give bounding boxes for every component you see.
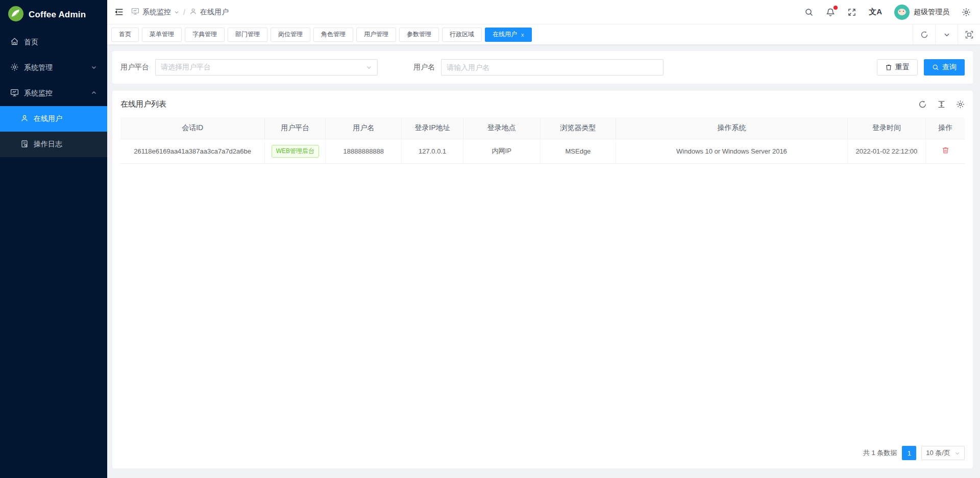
user-icon — [20, 114, 29, 124]
breadcrumb-level1[interactable]: 系统监控 — [131, 7, 179, 17]
fullscreen-icon[interactable] — [847, 8, 856, 17]
refresh-table-icon[interactable] — [918, 100, 927, 109]
maximize-content-icon[interactable] — [958, 24, 980, 44]
col-actions: 操作 — [926, 117, 965, 139]
trash-icon — [885, 64, 892, 71]
tab-tools — [913, 24, 980, 44]
main-column: 系统监控 / 在线用户 — [107, 0, 980, 478]
monitor-icon — [131, 7, 139, 17]
cell-platform: WEB管理后台 — [265, 139, 326, 163]
notifications-bell-icon[interactable] — [826, 8, 835, 17]
user-icon — [189, 8, 197, 17]
reset-button[interactable]: 重置 — [877, 59, 918, 76]
app-root: Coffee Admin 首页 系统管理 — [0, 0, 980, 478]
username-field-wrap — [441, 59, 664, 76]
pagination-total: 共 1 条数据 — [863, 448, 897, 458]
user-name: 超级管理员 — [914, 8, 949, 17]
gear-icon — [10, 63, 19, 73]
chevron-down-icon — [366, 64, 372, 70]
sidebar-item-label: 在线用户 — [34, 114, 62, 123]
tab-admin-region[interactable]: 行政区域 — [442, 28, 482, 42]
tab-dept-management[interactable]: 部门管理 — [228, 28, 267, 42]
breadcrumb: 系统监控 / 在线用户 — [131, 7, 229, 17]
platform-select-placeholder: 请选择用户平台 — [161, 63, 211, 72]
sidebar-submenu: 在线用户 操作日志 — [0, 106, 107, 157]
table-row: 26118e6169aa41a387aa3ca7a7d2a6be WEB管理后台… — [120, 139, 965, 163]
user-menu[interactable]: 超级管理员 — [894, 5, 949, 20]
open-tabs: 首页 菜单管理 字典管理 部门管理 岗位管理 角色管理 用户管理 参数管理 行政… — [107, 28, 913, 42]
log-document-icon — [20, 140, 29, 149]
topbar: 系统监控 / 在线用户 — [107, 0, 980, 24]
leaf-logo-icon — [8, 6, 23, 23]
page-size-select[interactable]: 10 条/页 — [921, 446, 965, 460]
sidebar-item-label: 首页 — [24, 38, 97, 47]
breadcrumb-level2: 在线用户 — [189, 8, 229, 17]
platform-tag: WEB管理后台 — [272, 145, 319, 158]
cell-login-location: 内网IP — [463, 139, 541, 163]
sidebar-item-operation-log[interactable]: 操作日志 — [0, 132, 107, 157]
chevron-up-icon — [91, 89, 97, 97]
filter-card: 用户平台 请选择用户平台 用户名 重置 查询 — [112, 51, 973, 84]
card-title: 在线用户列表 — [120, 99, 166, 109]
tab-home[interactable]: 首页 — [111, 28, 139, 42]
avatar — [894, 5, 910, 20]
cell-browser: MSEdge — [540, 139, 616, 163]
sidebar-item-label: 系统监控 — [24, 89, 91, 98]
app-logo[interactable]: Coffee Admin — [0, 0, 107, 30]
cell-os: Windows 10 or Windows Server 2016 — [616, 139, 847, 163]
platform-select[interactable]: 请选择用户平台 — [155, 59, 378, 76]
username-label: 用户名 — [413, 63, 435, 72]
sidebar-menu: 首页 系统管理 系统监控 — [0, 30, 107, 478]
content-area: 用户平台 请选择用户平台 用户名 重置 查询 — [107, 45, 980, 478]
column-settings-gear-icon[interactable] — [956, 100, 965, 109]
app-title: Coffee Admin — [29, 10, 86, 20]
tab-dict-management[interactable]: 字典管理 — [185, 28, 225, 42]
cell-login-ip: 127.0.0.1 — [402, 139, 463, 163]
sidebar-item-label: 操作日志 — [34, 140, 62, 149]
sidebar-item-online-users[interactable]: 在线用户 — [0, 106, 107, 132]
breadcrumb-separator: / — [183, 8, 185, 16]
notification-badge — [834, 6, 838, 10]
row-density-icon[interactable] — [937, 100, 946, 109]
sidebar-item-system-monitor[interactable]: 系统监控 — [0, 81, 107, 106]
search-icon[interactable] — [804, 8, 814, 17]
col-platform: 用户平台 — [265, 117, 326, 139]
sidebar-item-label: 系统管理 — [24, 63, 91, 72]
online-users-table: 会话ID 用户平台 用户名 登录IP地址 登录地点 浏览器类型 操作系统 登录时… — [120, 117, 965, 164]
col-login-time: 登录时间 — [847, 117, 926, 139]
sidebar: Coffee Admin 首页 系统管理 — [0, 0, 107, 478]
force-logout-trash-icon[interactable] — [942, 146, 949, 154]
platform-label: 用户平台 — [120, 63, 149, 72]
chevron-down-icon — [954, 450, 960, 456]
cell-session-id: 26118e6169aa41a387aa3ca7a7d2a6be — [120, 139, 265, 163]
tab-menu-management[interactable]: 菜单管理 — [142, 28, 182, 42]
chevron-down-icon — [91, 64, 97, 72]
tab-options-chevron-icon[interactable] — [935, 24, 958, 44]
tab-param-management[interactable]: 参数管理 — [399, 28, 439, 42]
translate-icon[interactable]: 文A — [869, 7, 882, 17]
table-header-row: 会话ID 用户平台 用户名 登录IP地址 登录地点 浏览器类型 操作系统 登录时… — [120, 117, 965, 139]
pagination: 共 1 条数据 1 10 条/页 — [120, 439, 965, 468]
col-username: 用户名 — [326, 117, 402, 139]
sidebar-item-system-management[interactable]: 系统管理 — [0, 55, 107, 81]
search-icon — [932, 64, 939, 71]
cell-login-time: 2022-01-02 22:12:00 — [847, 139, 926, 163]
collapse-sidebar-icon[interactable] — [114, 7, 124, 17]
sidebar-item-home[interactable]: 首页 — [0, 30, 107, 55]
col-session-id: 会话ID — [120, 117, 265, 139]
online-users-card: 在线用户列表 — [112, 91, 973, 468]
search-button[interactable]: 查询 — [924, 59, 965, 76]
col-os: 操作系统 — [616, 117, 847, 139]
username-input[interactable] — [447, 63, 658, 71]
pagination-page-1[interactable]: 1 — [902, 446, 916, 460]
tab-role-management[interactable]: 角色管理 — [313, 28, 353, 42]
tab-online-users[interactable]: 在线用户 x — [485, 28, 532, 42]
tab-user-management[interactable]: 用户管理 — [356, 28, 396, 42]
close-tab-icon[interactable]: x — [521, 32, 524, 38]
tab-post-management[interactable]: 岗位管理 — [271, 28, 310, 42]
col-login-location: 登录地点 — [463, 117, 541, 139]
col-login-ip: 登录IP地址 — [402, 117, 463, 139]
refresh-tab-icon[interactable] — [913, 24, 935, 44]
tabbar: 首页 菜单管理 字典管理 部门管理 岗位管理 角色管理 用户管理 参数管理 行政… — [107, 24, 980, 45]
settings-gear-icon[interactable] — [962, 8, 971, 17]
